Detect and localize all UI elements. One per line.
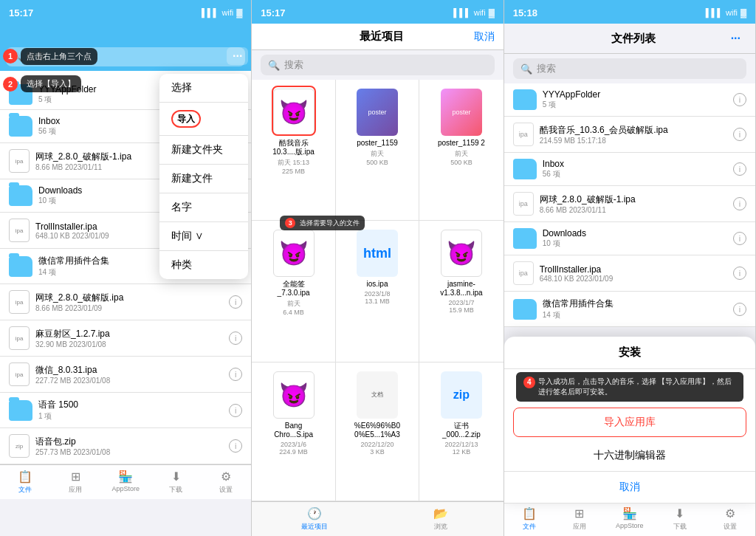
search-inner-2[interactable]: 🔍 搜索 [261,55,494,75]
info-button[interactable]: i [229,368,242,381]
battery-icon-3: ▓ [740,8,746,17]
three-dots-button-3[interactable]: ··· [725,30,746,47]
folder-icon [9,116,32,137]
action-sheet-import[interactable]: 导入应用库 [513,408,746,437]
nav-files-1[interactable]: 📋 文件 [0,468,50,496]
panel-1: 15:17 ▌▌▌ wifi ▓ 1 点击右上角三个点 ··· 🔍 搜索 2 选… [0,0,252,536]
search-inner-3[interactable]: 🔍 搜索 [513,58,746,79]
grid-item[interactable]: zip 证书_000...2.zip 2022/12/13 12 KB [419,363,503,501]
file-meta: 257.73 MB 2023/01/08 [35,448,223,456]
action-sheet-cancel[interactable]: 取消 [504,472,755,504]
info-button[interactable]: i [733,267,746,280]
nav-store-1[interactable]: 🏪 AppStore [100,468,151,496]
list-item[interactable]: ipa 麻豆射区_1.2.7.ipa 32.90 MB 2023/01/08 i [0,320,251,357]
menu-item-import[interactable]: 导入 [159,103,248,136]
nav-files-3[interactable]: 📋 文件 [504,505,554,533]
file-meta: 648.10 KB 2023/01/09 [540,275,727,283]
panel2-title: 最近项目 [360,30,404,44]
list-item[interactable]: ipa 酷我音乐_10.3.6_会员破解版.ipa 214.59 MB 15:1… [504,117,755,153]
info-button[interactable]: i [733,197,746,210]
status-icons-2: ▌▌▌ wifi ▓ [453,8,494,17]
file-meta: 8.66 MB 2023/01/11 [540,206,727,214]
info-button[interactable]: i [733,128,746,141]
nav-settings-3[interactable]: ⚙ 设置 [705,505,755,533]
grid-item[interactable]: 😈 jasmine-v1.3.8...n.ipa 2023/1/7 15.9 M… [419,221,503,362]
three-dots-button[interactable]: ··· [227,47,248,65]
nav-download-1[interactable]: ⬇ 下载 [151,468,201,496]
signal-icon: ▌▌▌ [453,8,470,17]
folder-icon [513,159,537,179]
step4-callout: 4 导入成功后，点击导入的音乐，选择 【导入应用库】，然后进行签名后即可安装。 [516,372,743,402]
status-bar-1: 15:17 ▌▌▌ wifi ▓ [0,0,251,24]
file-meta: 227.72 MB 2023/01/08 [35,377,223,385]
list-item[interactable]: ipa 网球_2.8.0_破解版-1.ipa 8.66 MB 2023/01/1… [504,186,755,222]
settings-icon: ⚙ [221,470,231,484]
search-icon-2: 🔍 [268,60,280,71]
nav-store-3[interactable]: 🏪 AppStore [605,505,655,533]
grid-item[interactable]: 文档 %E6%96%B00%E5...1%A3 2022/12/20 3 KB [336,363,419,501]
grid-filename: ios.ipa [367,280,388,289]
grid-item[interactable]: 😈 全能签_7.3.0.ipa 前天 6.4 MB [252,221,335,362]
grid-item[interactable]: poster poster_1159 前天 500 KB [336,80,419,221]
file-info: Inbox 56 项 [543,159,727,179]
file-info: Downloads 10 项 [543,228,727,249]
step1-badge: 1 [3,49,18,63]
info-button[interactable]: i [229,439,242,453]
info-button[interactable]: i [733,232,746,245]
nav-apps-1[interactable]: ⊞ 应用 [50,468,100,496]
file-info: 微信_8.0.31.ipa 227.72 MB 2023/01/08 [35,364,223,385]
info-button[interactable]: i [229,404,242,417]
menu-item-select[interactable]: 选择 [159,74,248,103]
grid-item[interactable]: html ios.ipa 2023/1/8 13.1 MB [336,221,419,362]
list-item[interactable]: zip 语音包.zip 257.73 MB 2023/01/08 i [0,428,251,464]
file-name: 麻豆射区_1.2.7.ipa [35,328,223,340]
nav-label: 浏览 [434,522,447,532]
grid-filemeta: 2022/12/13 [444,441,478,448]
info-button[interactable]: i [229,331,242,345]
menu-item-new-file[interactable]: 新建文件 [159,165,248,193]
info-button[interactable]: i [733,162,746,176]
grid-filemeta: 500 KB [366,159,388,166]
bottom-nav-1: 📋 文件 ⊞ 应用 🏪 AppStore ⬇ 下载 ⚙ 设置 [0,464,251,499]
grid-item[interactable]: 😈 酷我音乐10.3....版.ipa 前天 15:13 225 MB 3 选择… [252,80,335,221]
info-button[interactable]: i [229,295,242,309]
file-name: TrollInstaller.ipa [540,264,727,275]
nav-download-3[interactable]: ⬇ 下载 [655,505,705,533]
folder-icon [513,299,537,320]
list-item[interactable]: YYYAppFolder 5 项 i [504,83,755,117]
grid-item[interactable]: 😈 BangChro...S.ipa 2023/1/6 224.9 MB [252,363,335,501]
nav-settings-1[interactable]: ⚙ 设置 [201,468,251,496]
import-label: 导入 [171,110,201,128]
nav-browse[interactable]: 📂 浏览 [378,505,504,533]
file-name: 微信常用插件合集 [543,298,727,310]
info-button[interactable]: i [733,93,746,106]
list-item[interactable]: Downloads 10 项 i [504,222,755,255]
list-item[interactable]: 微信常用插件合集 14 项 i [504,292,755,327]
menu-item-time[interactable]: 时间 ∨ [159,222,248,251]
search-icon-3: 🔍 [520,63,532,75]
step2-badge: 2 [3,77,18,92]
info-button[interactable]: i [733,303,746,316]
nav-apps-3[interactable]: ⊞ 应用 [554,505,605,533]
action-sheet: 安装 4 导入成功后，点击导入的音乐，选择 【导入应用库】，然后进行签名后即可安… [504,337,755,504]
menu-item-name[interactable]: 名字 [159,193,248,222]
list-item[interactable]: 语音 1500 1 项 i [0,393,251,428]
cancel-button-2[interactable]: 取消 [474,30,495,44]
list-item[interactable]: ipa 网球_2.8.0_破解版.ipa 8.66 MB 2023/01/09 … [0,284,251,320]
panel2-header: 最近项目 取消 [252,24,503,50]
list-item[interactable]: ipa 微信_8.0.31.ipa 227.72 MB 2023/01/08 i [0,357,251,393]
grid-item[interactable]: poster poster_1159 2 前天 500 KB [419,80,503,221]
grid-filemeta: 2022/12/20 [360,441,394,448]
nav-recent[interactable]: 🕐 最近项目 [252,505,377,533]
menu-item-new-folder[interactable]: 新建文件夹 [159,136,248,165]
nav-label: 应用 [573,522,586,532]
file-meta: 56 项 [543,169,727,179]
file-thumb-image: poster [357,89,398,136]
menu-item-type[interactable]: 种类 [159,251,248,279]
list-item[interactable]: Inbox 56 项 i [504,153,755,186]
nav-label: 最近项目 [301,522,328,532]
action-sheet-hex[interactable]: 十六进制编辑器 [504,440,755,472]
list-item[interactable]: ipa TrollInstaller.ipa 648.10 KB 2023/01… [504,255,755,292]
panel-2: 15:17 ▌▌▌ wifi ▓ 最近项目 取消 🔍 搜索 😈 酷我音乐10.3… [252,0,504,536]
file-name: 网球_2.8.0_破解版.ipa [35,292,223,304]
